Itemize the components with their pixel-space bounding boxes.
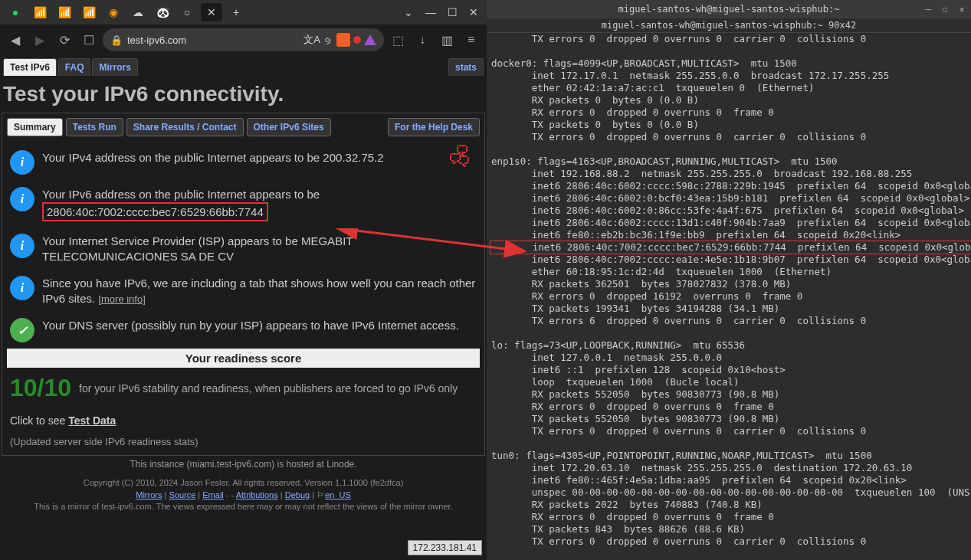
nav-tab-test-ipv6[interactable]: Test IPv6	[3, 58, 57, 76]
tab-whatsapp[interactable]: ●	[5, 3, 26, 21]
bookmark-icon[interactable]: ☐	[78, 29, 100, 51]
score-row: 10/10 for your IPv6 stability and readin…	[7, 368, 480, 408]
check-icon: ✓	[10, 318, 34, 342]
sub-tab-other[interactable]: Other IPv6 Sites	[247, 118, 331, 136]
sub-tab-share[interactable]: Share Results / Contact	[126, 118, 244, 136]
notification-badge	[353, 36, 361, 44]
translate-icon[interactable]: 文A	[303, 33, 320, 47]
nav-tab-faq[interactable]: FAQ	[58, 58, 91, 76]
nav-tab-stats[interactable]: stats	[448, 58, 484, 76]
terminal-subtitle: miguel-santos-wh@miguel-santos-wisphub:~…	[487, 18, 971, 33]
lock-icon: 🔒	[110, 34, 123, 46]
term-minimize[interactable]: —	[922, 3, 934, 15]
footer-attributions[interactable]: Attributions	[236, 490, 278, 499]
page-footer: Copyright (C) 2010, 2024 Jason Fesler. A…	[0, 473, 487, 517]
brave-shield-icon[interactable]	[336, 33, 350, 47]
footer-mirrors[interactable]: Mirrors	[136, 490, 162, 499]
nav-tab-mirrors[interactable]: Mirrors	[92, 58, 137, 76]
test-data-row: Click to see Test Data	[7, 408, 480, 433]
hosted-note: This instance (miami.test-ipv6.com) is h…	[0, 456, 487, 473]
info-icon: i	[10, 150, 34, 175]
browser-window: ● 📶 📶 📶 ◉ ☁ 🐼 ○ ✕ + ⌄ — ☐ ✕ ◀ ▶ ⟳ ☐ 🔒 te…	[0, 0, 487, 560]
tab-orange[interactable]: ◉	[103, 3, 124, 21]
info-ipv4: i Your IPv4 address on the public Intern…	[7, 144, 480, 181]
results-box: Summary Tests Run Share Results / Contac…	[2, 113, 485, 456]
footer-email[interactable]: Email	[202, 490, 224, 499]
info-dns: ✓ Your DNS server (possibly run by your …	[7, 312, 480, 349]
tab-active[interactable]: ✕	[201, 3, 222, 21]
footer-source[interactable]: Source	[169, 490, 195, 499]
terminal-titlebar: miguel-santos-wh@miguel-santos-wisphub:~…	[487, 0, 971, 18]
ipv6-address-highlight: 2806:40c:7002:cccc:bec7:6529:66bb:7744	[42, 202, 268, 222]
info-isp: i Your Internet Service Provider (ISP) a…	[7, 228, 480, 270]
footer-locale[interactable]: en_US	[325, 490, 351, 499]
share-icon[interactable]: ⪩	[323, 34, 333, 46]
bat-icon[interactable]	[364, 34, 376, 45]
new-tab-button[interactable]: +	[225, 3, 247, 21]
forward-button[interactable]: ▶	[29, 29, 51, 51]
browser-titlebar: ● 📶 📶 📶 ◉ ☁ 🐼 ○ ✕ + ⌄ — ☐ ✕	[0, 0, 487, 25]
address-bar[interactable]: 🔒 test-ipv6.com 文A ⪩	[103, 28, 384, 51]
maximize-button[interactable]: ☐	[442, 3, 462, 21]
minimize-button[interactable]: —	[421, 3, 441, 21]
tab-github[interactable]: ○	[176, 3, 198, 21]
extension-icon[interactable]: ↓	[412, 29, 433, 51]
info-icon: i	[10, 276, 34, 300]
readiness-score: 10/10	[10, 374, 71, 402]
url-text: test-ipv6.com	[127, 34, 186, 46]
ip-tooltip: 172.233.181.41	[408, 540, 482, 555]
tab-wifi-1[interactable]: 📶	[29, 3, 51, 21]
readiness-header: Your readiness score	[7, 349, 480, 368]
info-icon: i	[10, 234, 34, 258]
browser-toolbar: ◀ ▶ ⟳ ☐ 🔒 test-ipv6.com 文A ⪩ ⬚ ↓ ▥ ≡	[0, 25, 487, 55]
terminal-window: miguel-santos-wh@miguel-santos-wisphub:~…	[487, 0, 971, 560]
tab-cloud[interactable]: ☁	[127, 3, 149, 21]
tab-panda[interactable]: 🐼	[152, 3, 173, 21]
menu-icon[interactable]: ≡	[461, 29, 482, 51]
term-maximize[interactable]: ☐	[939, 3, 951, 15]
more-info-link[interactable]: [more info]	[98, 293, 145, 305]
terminal-output[interactable]: TX errors 0 dropped 0 overruns 0 carrier…	[487, 33, 971, 548]
sub-tab-help[interactable]: For the Help Desk	[388, 118, 480, 136]
wallet-icon[interactable]: ⬚	[387, 29, 408, 51]
sub-tab-tests-run[interactable]: Tests Run	[66, 118, 123, 136]
page-content: Test IPv6 FAQ Mirrors stats Test your IP…	[0, 55, 487, 560]
sub-tab-summary[interactable]: Summary	[7, 118, 63, 136]
tabs-dropdown[interactable]: ⌄	[398, 3, 419, 21]
back-button[interactable]: ◀	[5, 29, 26, 51]
info-icon: i	[10, 187, 34, 211]
sidebar-icon[interactable]: ▥	[436, 29, 458, 51]
footer-debug[interactable]: Debug	[285, 490, 310, 499]
info-ipv6: i Your IPv6 address on the public Intern…	[7, 181, 480, 228]
updated-note: (Updated server side IPv6 readiness stat…	[7, 433, 480, 450]
tab-wifi-3[interactable]: 📶	[78, 3, 100, 21]
test-data-link[interactable]: Test Data	[68, 414, 116, 427]
close-button[interactable]: ✕	[464, 3, 484, 21]
reload-button[interactable]: ⟳	[54, 29, 75, 51]
tab-wifi-2[interactable]: 📶	[54, 3, 75, 21]
language-icon[interactable]: 🗫	[448, 144, 476, 169]
page-title: Test your IPv6 connectivity.	[0, 76, 487, 113]
term-close[interactable]: ✕	[956, 3, 968, 15]
terminal-highlighted-line: inet6 2806:40c:7002:cccc:bec7:6529:66bb:…	[490, 241, 971, 254]
info-ipv6-sites: i Since you have IPv6, we are including …	[7, 270, 480, 312]
